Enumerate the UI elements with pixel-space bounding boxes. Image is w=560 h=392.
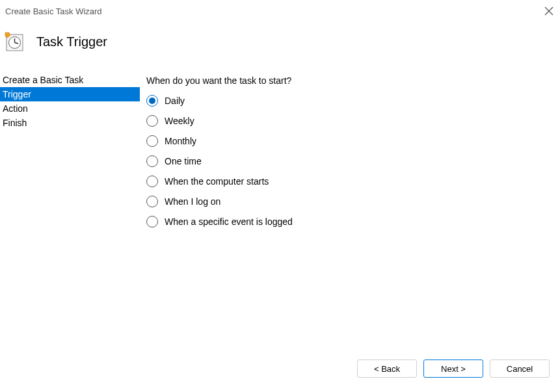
- radio-option-event-logged[interactable]: When a specific event is logged: [146, 216, 553, 228]
- next-button[interactable]: Next >: [423, 359, 483, 378]
- radio-label: Daily: [165, 96, 185, 106]
- trigger-question: When do you want the task to start?: [146, 75, 553, 86]
- button-bar: < Back Next > Cancel: [0, 352, 560, 385]
- radio-label: When a specific event is logged: [165, 216, 293, 227]
- radio-label: One time: [165, 156, 202, 166]
- wizard-steps-sidebar: Create a Basic Task Trigger Action Finis…: [0, 70, 140, 351]
- main-pane: When do you want the task to start? Dail…: [140, 70, 560, 351]
- trigger-radio-group: Daily Weekly Monthly One time When the c…: [146, 95, 553, 228]
- radio-label: When I log on: [165, 196, 220, 207]
- radio-label: Monthly: [165, 136, 196, 146]
- radio-label: When the computer starts: [165, 176, 269, 187]
- back-button[interactable]: < Back: [357, 359, 417, 378]
- page-title: Task Trigger: [36, 34, 107, 49]
- sidebar-step-finish[interactable]: Finish: [0, 116, 140, 130]
- radio-icon: [146, 176, 158, 187]
- sidebar-step-action[interactable]: Action: [0, 101, 140, 116]
- close-icon[interactable]: [544, 7, 553, 16]
- radio-icon: [146, 155, 158, 167]
- radio-icon: [146, 196, 158, 207]
- window-title: Create Basic Task Wizard: [5, 7, 102, 16]
- sidebar-step-trigger[interactable]: Trigger: [0, 87, 140, 101]
- titlebar: Create Basic Task Wizard: [0, 0, 560, 22]
- radio-icon: [146, 95, 158, 107]
- clock-icon: [4, 31, 25, 52]
- radio-icon: [146, 216, 158, 228]
- radio-icon: [146, 135, 158, 147]
- radio-option-monthly[interactable]: Monthly: [146, 135, 553, 147]
- radio-option-onetime[interactable]: One time: [146, 155, 553, 167]
- radio-icon: [146, 115, 158, 127]
- radio-label: Weekly: [165, 116, 194, 126]
- radio-option-weekly[interactable]: Weekly: [146, 115, 553, 127]
- radio-option-logon[interactable]: When I log on: [146, 196, 553, 207]
- content-area: Create a Basic Task Trigger Action Finis…: [0, 70, 560, 351]
- radio-option-computer-starts[interactable]: When the computer starts: [146, 176, 553, 187]
- sidebar-step-create[interactable]: Create a Basic Task: [0, 73, 140, 87]
- cancel-button[interactable]: Cancel: [490, 359, 550, 378]
- wizard-header: Task Trigger: [0, 22, 560, 70]
- radio-option-daily[interactable]: Daily: [146, 95, 553, 107]
